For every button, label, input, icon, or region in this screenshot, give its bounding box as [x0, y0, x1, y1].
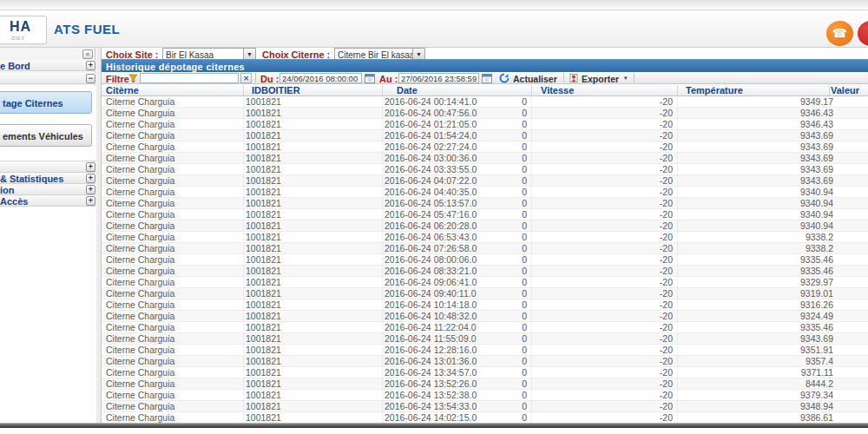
- window-top-strip: [0, 0, 868, 10]
- window-bottom-edge: [0, 423, 868, 428]
- column-header-date[interactable]: Date: [397, 85, 418, 95]
- expand-plus-icon[interactable]: +: [86, 174, 95, 183]
- table-row[interactable]: Citerne Charguia10018212016-06-24 08:33:…: [102, 266, 868, 277]
- table-row[interactable]: Citerne Charguia10018212016-06-24 01:54:…: [102, 130, 868, 141]
- table-row[interactable]: Citerne Charguia10018212016-06-24 09:40:…: [102, 288, 868, 299]
- column-header-citerne[interactable]: Citèrne: [106, 85, 139, 95]
- cell-date: 2016-06-24 11:55:09.0: [382, 333, 531, 344]
- table-row[interactable]: Citerne Charguia10018212016-06-24 11:55:…: [102, 333, 868, 345]
- table-row[interactable]: Citerne Charguia10018212016-06-24 11:22:…: [102, 322, 868, 333]
- app-window: HA OGY ATS FUEL ☎ ! « e Bord + − tage Ci…: [0, 0, 868, 434]
- cell-idboitier: 1001821: [243, 356, 382, 366]
- column-header-vitesse[interactable]: Vitesse: [541, 85, 574, 95]
- cell-citerne: Citerne Charguia: [102, 367, 243, 378]
- cell-vitesse: 0: [522, 198, 527, 208]
- cell-valeur: 9386.61: [800, 412, 833, 423]
- cell-valeur: 9340.94: [800, 209, 833, 220]
- table-row[interactable]: Citerne Charguia10018212016-06-24 02:27:…: [102, 141, 868, 153]
- table-row[interactable]: Citerne Charguia10018212016-06-24 13:52:…: [102, 378, 868, 390]
- filter-input[interactable]: [140, 73, 239, 83]
- cell-citerne: Citerne Charguia: [102, 141, 243, 152]
- table-row[interactable]: Citerne Charguia10018212016-06-24 13:52:…: [102, 390, 868, 401]
- cell-valeur: 9324.49: [800, 311, 833, 321]
- table-row[interactable]: Citerne Charguia10018212016-06-24 04:07:…: [102, 175, 868, 187]
- date-to-input[interactable]: [398, 73, 479, 83]
- actualiser-button[interactable]: Actualiser: [513, 74, 557, 84]
- sidebar-section-expanded[interactable]: −: [0, 73, 95, 84]
- sidebar-item-chargements-vehicules[interactable]: ements Véhicules: [0, 124, 92, 147]
- cell-citerne: Citerne Charguia: [102, 266, 243, 276]
- table-row[interactable]: Citerne Charguia10018212016-06-24 13:54:…: [102, 401, 868, 412]
- column-header-idboitier[interactable]: IDBOITIER: [252, 85, 300, 95]
- table-row[interactable]: Citerne Charguia10018212016-06-24 00:14:…: [102, 96, 868, 108]
- cell-date: 2016-06-24 04:40:35.0: [382, 187, 531, 197]
- cell-date: 2016-06-24 11:22:04.0: [382, 322, 531, 332]
- cell-idboitier: 1001821: [243, 333, 382, 344]
- collapse-minus-icon[interactable]: −: [86, 74, 95, 83]
- site-selection-bar: Choix Site : Bir El Kasaa ▼ Choix Citern…: [102, 48, 868, 59]
- cell-vitesse: 0: [522, 108, 527, 118]
- table-row[interactable]: Citerne Charguia10018212016-06-24 13:01:…: [102, 356, 868, 367]
- cell-citerne: Citerne Charguia: [102, 254, 243, 265]
- column-header-temperature[interactable]: Température: [686, 85, 743, 95]
- sidebar-section-acces[interactable]: Accès +: [0, 195, 95, 207]
- cell-temperature: -20: [660, 232, 673, 242]
- table-row[interactable]: Citerne Charguia10018212016-06-24 05:47:…: [102, 209, 868, 220]
- cell-idboitier: 1001821: [243, 209, 382, 220]
- cell-temperature: -20: [660, 266, 673, 276]
- expand-plus-icon[interactable]: +: [86, 61, 95, 70]
- cell-vitesse: 0: [522, 220, 527, 231]
- calendar-icon[interactable]: [365, 73, 375, 83]
- table-row[interactable]: Citerne Charguia10018212016-06-24 03:33:…: [102, 164, 868, 175]
- table-row[interactable]: Citerne Charguia10018212016-06-24 07:26:…: [102, 243, 868, 254]
- table-row[interactable]: Citerne Charguia10018212016-06-24 03:00:…: [102, 153, 868, 164]
- table-row[interactable]: Citerne Charguia10018212016-06-24 04:40:…: [102, 187, 868, 198]
- exporter-caret-icon[interactable]: ▾: [624, 75, 628, 82]
- exporter-button[interactable]: Exporter: [582, 74, 619, 84]
- cell-idboitier: 1001821: [243, 119, 382, 129]
- calendar-icon[interactable]: [482, 73, 492, 83]
- cell-vitesse: 0: [522, 401, 527, 411]
- cell-citerne: Citerne Charguia: [102, 220, 243, 231]
- sidebar-collapse-button[interactable]: «: [82, 49, 93, 59]
- cell-idboitier: 1001821: [243, 130, 382, 141]
- cell-vitesse: 0: [522, 367, 527, 378]
- cell-valeur: 9343.69: [800, 175, 833, 186]
- cell-idboitier: 1001821: [243, 288, 382, 299]
- sidebar-section-blank[interactable]: +: [0, 161, 95, 173]
- column-header-valeur[interactable]: Valeur: [831, 85, 859, 95]
- table-row[interactable]: Citerne Charguia10018212016-06-24 09:06:…: [102, 277, 868, 288]
- clear-filter-icon[interactable]: ✕: [240, 73, 252, 83]
- table-row[interactable]: Citerne Charguia10018212016-06-24 10:14:…: [102, 299, 868, 311]
- table-row[interactable]: Citerne Charguia10018212016-06-24 10:48:…: [102, 311, 868, 322]
- cell-citerne: Citerne Charguia: [102, 401, 243, 411]
- sidebar-section-statistiques[interactable]: & Statistiques +: [0, 173, 95, 184]
- table-row[interactable]: Citerne Charguia10018212016-06-24 01:21:…: [102, 119, 868, 130]
- table-row[interactable]: Citerne Charguia10018212016-06-24 06:53:…: [102, 232, 868, 243]
- table-row[interactable]: Citerne Charguia10018212016-06-24 06:20:…: [102, 220, 868, 232]
- alert-icon[interactable]: !: [858, 21, 868, 46]
- expand-plus-icon[interactable]: +: [86, 162, 95, 172]
- refresh-icon[interactable]: [499, 73, 510, 83]
- expand-plus-icon[interactable]: +: [86, 196, 95, 206]
- sidebar-item-depotage-citernes[interactable]: tage Citernes: [0, 91, 92, 114]
- cell-date: 2016-06-24 09:06:41.0: [382, 277, 531, 287]
- cell-idboitier: 1001821: [243, 220, 382, 231]
- cell-citerne: Citerne Charguia: [102, 390, 243, 400]
- expand-plus-icon[interactable]: +: [86, 185, 95, 194]
- table-row[interactable]: Citerne Charguia10018212016-06-24 00:47:…: [102, 108, 868, 119]
- cell-temperature: -20: [660, 187, 673, 197]
- date-from-input[interactable]: [279, 73, 362, 83]
- table-row[interactable]: Citerne Charguia10018212016-06-24 12:28:…: [102, 345, 868, 356]
- cell-temperature: -20: [660, 345, 673, 355]
- cell-citerne: Citerne Charguia: [102, 96, 243, 107]
- phone-icon[interactable]: ☎: [826, 21, 853, 46]
- cell-idboitier: 1001821: [243, 153, 382, 163]
- cell-valeur: 9340.94: [800, 187, 833, 197]
- table-row[interactable]: Citerne Charguia10018212016-06-24 13:34:…: [102, 367, 868, 378]
- table-row[interactable]: Citerne Charguia10018212016-06-24 08:00:…: [102, 254, 868, 266]
- sidebar-section-configuration[interactable]: ion +: [0, 184, 95, 195]
- sidebar-section-tableau-de-bord[interactable]: e Bord +: [0, 60, 95, 71]
- export-icon[interactable]: [569, 74, 579, 83]
- table-row[interactable]: Citerne Charguia10018212016-06-24 05:13:…: [102, 198, 868, 209]
